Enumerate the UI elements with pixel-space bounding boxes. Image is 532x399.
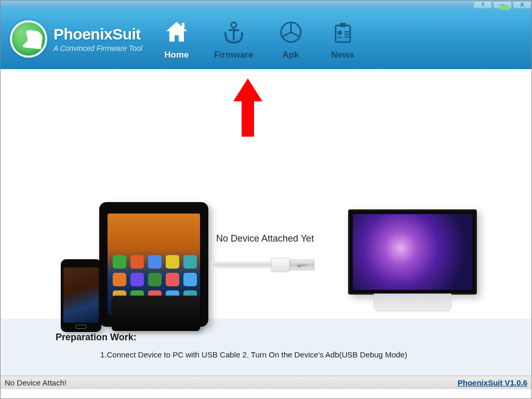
nav-tabs: Home Firmware Apk News bbox=[162, 18, 357, 60]
tab-firmware-label: Firmware bbox=[214, 50, 254, 60]
brand-name: PhoenixSuit bbox=[54, 25, 142, 43]
statusbar-device-status: No Device Attach! bbox=[5, 378, 66, 387]
header: PhoenixSuit A Convinced Firmware Tool Ho… bbox=[1, 9, 531, 69]
tab-apk[interactable]: Apk bbox=[276, 18, 305, 60]
tab-home[interactable]: Home bbox=[162, 18, 191, 60]
tab-news[interactable]: News bbox=[328, 18, 357, 60]
statusbar: No Device Attach! PhoenixSuit V1.0.6 bbox=[1, 376, 531, 389]
titlebar: ? — X bbox=[1, 1, 531, 9]
home-icon bbox=[162, 18, 191, 47]
svg-rect-13 bbox=[344, 31, 349, 33]
svg-marker-4 bbox=[224, 31, 227, 34]
logo-block: PhoenixSuit A Convinced Firmware Tool bbox=[10, 20, 142, 58]
statusbar-version-link[interactable]: PhoenixSuit V1.0.6 bbox=[458, 378, 527, 387]
svg-line-9 bbox=[282, 32, 291, 37]
arrow-annotation-icon bbox=[233, 78, 262, 137]
svg-point-1 bbox=[231, 22, 236, 28]
preparation-steps: 1.Connect Device to PC with USB Cable 2.… bbox=[100, 350, 531, 359]
svg-marker-16 bbox=[233, 78, 262, 137]
usb-cable-icon: ⬙⊷ bbox=[211, 253, 315, 276]
pie-icon bbox=[276, 18, 305, 47]
tab-home-label: Home bbox=[164, 50, 189, 60]
svg-point-12 bbox=[338, 31, 342, 35]
svg-rect-11 bbox=[340, 23, 346, 27]
preparation-title: Preparation Work: bbox=[56, 332, 531, 343]
svg-marker-5 bbox=[241, 31, 244, 34]
svg-rect-14 bbox=[344, 34, 349, 35]
brand-tagline: A Convinced Firmware Tool bbox=[54, 44, 142, 52]
close-button[interactable]: X bbox=[513, 1, 531, 9]
svg-rect-0 bbox=[182, 23, 184, 28]
clipboard-id-icon bbox=[328, 18, 357, 47]
svg-rect-15 bbox=[344, 36, 349, 38]
content-area: No Device Attached Yet bbox=[1, 69, 531, 318]
svg-line-8 bbox=[291, 32, 300, 37]
tab-firmware[interactable]: Firmware bbox=[214, 18, 254, 60]
device-status-text: No Device Attached Yet bbox=[216, 233, 314, 244]
anchor-icon bbox=[219, 18, 248, 47]
phone-icon bbox=[61, 259, 101, 332]
tab-apk-label: Apk bbox=[282, 50, 299, 60]
phoenix-logo-icon bbox=[10, 20, 47, 58]
tab-news-label: News bbox=[331, 50, 354, 60]
monitor-icon bbox=[348, 209, 477, 311]
tvbox-icon bbox=[112, 296, 200, 331]
help-button[interactable]: ? bbox=[473, 1, 492, 9]
